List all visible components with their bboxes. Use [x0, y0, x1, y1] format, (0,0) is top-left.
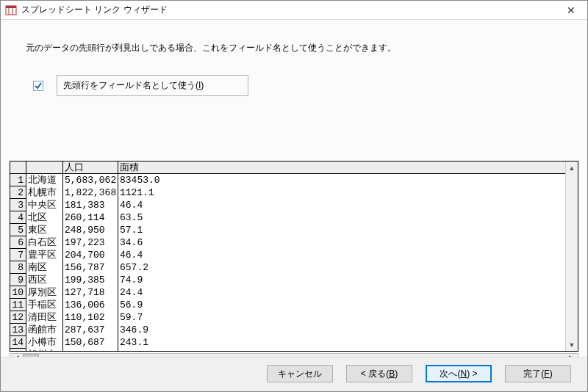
cancel-label: キャンセル — [278, 368, 322, 380]
table-row[interactable]: 11手稲区136,00656.9 — [10, 299, 565, 311]
checkbox-label: 先頭行をフィールド名として使う(I) — [57, 75, 248, 96]
row-number: 6 — [10, 236, 26, 249]
table-row[interactable]: 8南区156,787657.2 — [10, 261, 565, 274]
preview-grid: 人口 面積 1北海道5,683,06283453.02札幌市1,822,3681… — [10, 161, 578, 352]
cell-area: 1121.1 — [118, 186, 565, 199]
checkbox-label-pre: 先頭行をフィールド名として使う( — [63, 80, 198, 90]
cell-area: 56.9 — [118, 299, 565, 311]
cell-pop: 136,006 — [63, 299, 118, 311]
finish-label-pre: 完了( — [523, 368, 544, 380]
row-number: 1 — [10, 174, 26, 186]
table-row[interactable]: 14小樽市150,687243.1 — [10, 336, 565, 349]
cell-pop: 204,700 — [63, 249, 118, 261]
row-number: 7 — [10, 249, 26, 261]
cell-pop: 260,114 — [63, 211, 118, 224]
cell-pop: 199,385 — [63, 274, 118, 286]
cell-area: 74.9 — [118, 274, 565, 286]
table-row[interactable]: 2札幌市1,822,3681121.1 — [10, 186, 565, 199]
grid-header-name — [26, 161, 63, 174]
instruction-text: 元のデータの先頭行が列見出しである場合、これをフィールド名として使うことができま… — [26, 42, 578, 54]
row-number: 3 — [10, 199, 26, 211]
cell-area: 57.1 — [118, 224, 565, 236]
table-row[interactable]: 4北区260,11463.5 — [10, 211, 565, 224]
back-label-pre: < 戻る( — [361, 368, 389, 380]
table-row[interactable]: 15旭川市359,536747.6 — [10, 349, 565, 351]
scroll-down-icon[interactable]: ▼ — [566, 338, 578, 351]
cell-name: 豊平区 — [26, 249, 63, 261]
cell-area: 63.5 — [118, 211, 565, 224]
table-row[interactable]: 3中央区181,38346.4 — [10, 199, 565, 211]
cell-area: 46.4 — [118, 249, 565, 261]
table-row[interactable]: 13函館市287,637346.9 — [10, 324, 565, 336]
check-icon — [35, 82, 42, 90]
cell-area: 24.4 — [118, 286, 565, 299]
cell-name: 東区 — [26, 224, 63, 236]
next-label-post: ) > — [467, 369, 477, 379]
cell-area: 46.4 — [118, 199, 565, 211]
cell-pop: 181,383 — [63, 199, 118, 211]
grid-header-area: 面積 — [118, 161, 565, 174]
app-icon — [5, 4, 17, 16]
cell-pop: 5,683,062 — [63, 174, 118, 186]
checkbox-label-post: ) — [201, 80, 204, 90]
wizard-body: 元のデータの先頭行が列見出しである場合、これをフィールド名として使うことができま… — [1, 20, 587, 357]
cancel-button[interactable]: キャンセル — [267, 365, 333, 382]
table-row[interactable]: 12清田区110,10259.7 — [10, 311, 565, 324]
next-label-pre: 次へ( — [440, 368, 460, 380]
cell-area: 747.6 — [118, 349, 565, 351]
row-number: 9 — [10, 274, 26, 286]
wizard-window: スプレッドシート リンク ウィザード ✕ 元のデータの先頭行が列見出しである場合… — [0, 0, 588, 392]
cell-area: 59.7 — [118, 311, 565, 324]
next-button[interactable]: 次へ(N) > — [426, 365, 492, 382]
vertical-scrollbar[interactable]: ▲ ▼ — [565, 161, 578, 351]
back-label-accel: B — [389, 369, 395, 379]
table-row[interactable]: 6白石区197,22334.6 — [10, 236, 565, 249]
row-number: 10 — [10, 286, 26, 299]
cell-area: 243.1 — [118, 336, 565, 349]
first-row-header-option[interactable]: 先頭行をフィールド名として使う(I) — [33, 75, 578, 96]
svg-rect-1 — [6, 6, 16, 8]
row-number: 12 — [10, 311, 26, 324]
row-number: 4 — [10, 211, 26, 224]
cell-name: 南区 — [26, 261, 63, 274]
cell-name: 清田区 — [26, 311, 63, 324]
cell-area: 34.6 — [118, 236, 565, 249]
finish-label-accel: F — [544, 369, 549, 379]
row-number: 15 — [10, 349, 26, 351]
titlebar: スプレッドシート リンク ウィザード ✕ — [1, 1, 587, 20]
table-row[interactable]: 9西区199,38574.9 — [10, 274, 565, 286]
cell-pop: 110,102 — [63, 311, 118, 324]
close-button[interactable]: ✕ — [554, 1, 587, 20]
cell-name: 西区 — [26, 274, 63, 286]
grid-header-pop: 人口 — [63, 161, 118, 174]
cell-name: 手稲区 — [26, 299, 63, 311]
table-row[interactable]: 10厚別区127,71824.4 — [10, 286, 565, 299]
back-button[interactable]: < 戻る(B) — [346, 365, 412, 382]
cell-pop: 150,687 — [63, 336, 118, 349]
grid-header-rownum — [10, 161, 26, 174]
cell-name: 札幌市 — [26, 186, 63, 199]
cell-name: 中央区 — [26, 199, 63, 211]
checkbox[interactable] — [33, 81, 43, 91]
window-title: スプレッドシート リンク ウィザード — [21, 4, 554, 16]
cell-area: 346.9 — [118, 324, 565, 336]
cell-pop: 156,787 — [63, 261, 118, 274]
grid-table: 人口 面積 1北海道5,683,06283453.02札幌市1,822,3681… — [10, 161, 565, 351]
finish-button[interactable]: 完了(F) — [505, 365, 571, 382]
cell-pop: 248,950 — [63, 224, 118, 236]
cell-pop: 287,637 — [63, 324, 118, 336]
cell-pop: 127,718 — [63, 286, 118, 299]
row-number: 14 — [10, 336, 26, 349]
cell-name: 旭川市 — [26, 349, 63, 351]
cell-name: 北区 — [26, 211, 63, 224]
row-number: 11 — [10, 299, 26, 311]
table-row[interactable]: 5東区248,95057.1 — [10, 224, 565, 236]
table-row[interactable]: 1北海道5,683,06283453.0 — [10, 174, 565, 186]
table-row[interactable]: 7豊平区204,70046.4 — [10, 249, 565, 261]
scroll-up-icon[interactable]: ▲ — [566, 161, 578, 174]
vscroll-track[interactable] — [566, 174, 578, 338]
cell-pop: 197,223 — [63, 236, 118, 249]
cell-name: 白石区 — [26, 236, 63, 249]
next-label-accel: N — [460, 369, 467, 379]
cell-pop: 1,822,368 — [63, 186, 118, 199]
